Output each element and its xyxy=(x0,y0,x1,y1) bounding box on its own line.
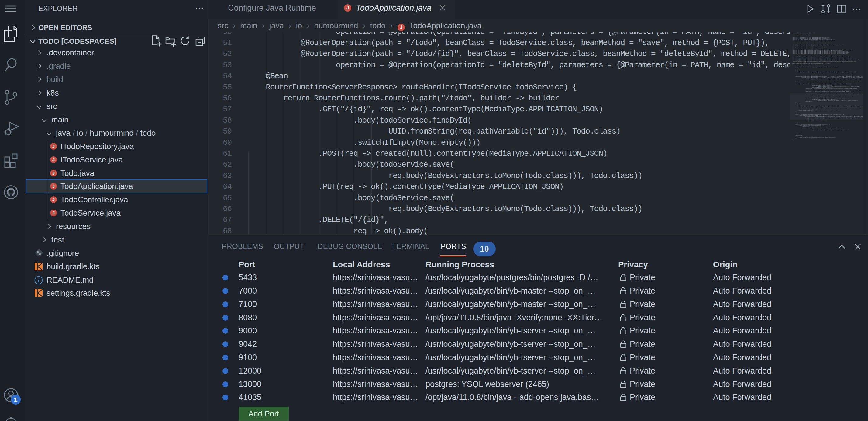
svg-text:i: i xyxy=(38,277,39,283)
